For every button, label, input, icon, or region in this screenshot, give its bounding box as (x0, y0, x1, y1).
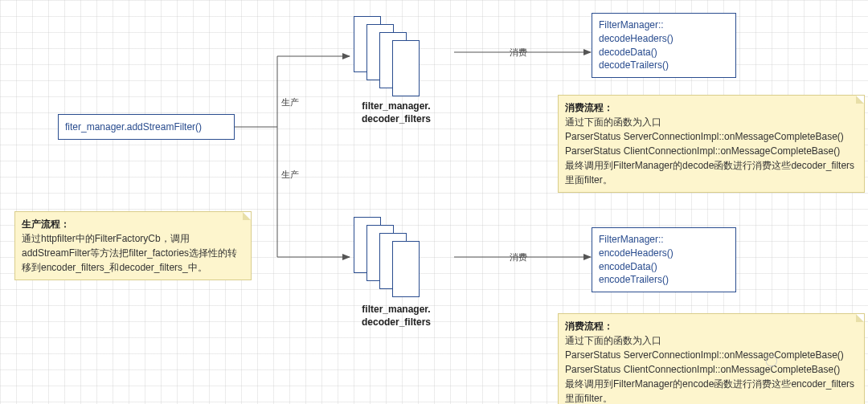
decode-line: decodeTrailers() (599, 59, 729, 72)
decode-line: decodeData() (599, 46, 729, 59)
add-stream-filter-node: fiter_manager.addStreamFilter() (58, 114, 235, 140)
encode-line: encodeTrailers() (599, 273, 729, 287)
encode-line: FilterManager:: (599, 233, 729, 247)
produce-note-title: 生产流程： (22, 217, 244, 231)
encode-line: encodeData() (599, 260, 729, 274)
decode-line: decodeHeaders() (599, 32, 729, 46)
consume-label-bottom: 消费 (510, 251, 527, 263)
consume-note-decode-l2: ParserStatus ServerConnectionImpl::onMes… (565, 129, 858, 144)
consume-note-decode-title: 消费流程： (565, 100, 858, 115)
encode-line: encodeHeaders() (599, 247, 729, 260)
consume-note-encode-l4: 最终调用到FilterManager的encode函数进行消费这些encoder… (565, 377, 858, 404)
encode-methods-node: FilterManager:: encodeHeaders() encodeDa… (592, 227, 736, 292)
consume-note-decode: 消费流程： 通过下面的函数为入口 ParserStatus ServerConn… (558, 95, 865, 193)
consume-note-decode-l4: 最终调用到FilterManager的decode函数进行消费这些decoder… (565, 158, 858, 187)
decoder-filters-stack-bottom (354, 217, 434, 289)
consume-note-encode-l1: 通过下面的函数为入口 (565, 333, 858, 348)
decode-line: FilterManager:: (599, 18, 729, 32)
consume-note-decode-l1: 通过下面的函数为入口 (565, 115, 858, 129)
decoder-filters-label-top: filter_manager. decoder_filters (348, 100, 444, 125)
decoder-filters-label-bottom: filter_manager. decoder_filters (348, 304, 444, 329)
stack-sheet (392, 241, 420, 297)
consume-note-encode-title: 消费流程： (565, 319, 858, 333)
decode-methods-node: FilterManager:: decodeHeaders() decodeDa… (592, 13, 736, 78)
consume-note-decode-l3: ParserStatus ClientConnectionImpl::onMes… (565, 144, 858, 158)
consume-note-encode-l2: ParserStatus ServerConnectionImpl::onMes… (565, 348, 858, 362)
add-stream-filter-text: fiter_manager.addStreamFilter() (65, 120, 202, 134)
decoder-filters-stack-top (354, 16, 434, 88)
stack-sheet (392, 40, 420, 96)
produce-label-bottom: 生产 (281, 169, 299, 181)
produce-note-body: 通过httpfilter中的FilterFactoryCb，调用addStrea… (22, 231, 244, 275)
produce-note: 生产流程： 通过httpfilter中的FilterFactoryCb，调用ad… (14, 211, 252, 280)
consume-note-encode: 消费流程： 通过下面的函数为入口 ParserStatus ServerConn… (558, 313, 865, 404)
consume-label-top: 消费 (510, 47, 527, 59)
consume-note-encode-l3: ParserStatus ClientConnectionImpl::onMes… (565, 362, 858, 377)
produce-label-top: 生产 (281, 96, 299, 108)
